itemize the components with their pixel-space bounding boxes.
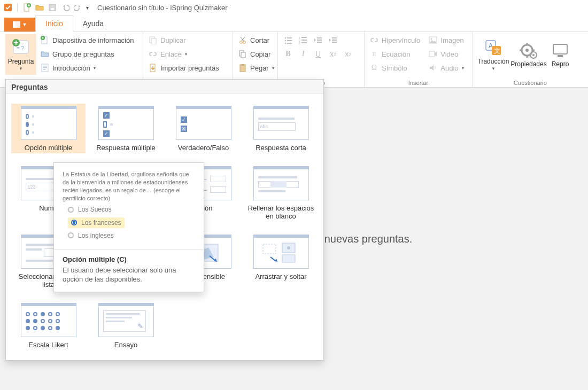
svg-point-20 (240, 41, 243, 44)
svg-rect-42 (332, 40, 337, 41)
link-button[interactable]: Enlace ▾ (149, 48, 227, 60)
outdent-icon[interactable] (313, 35, 323, 45)
question-type-label: Respuesta múltiple (96, 144, 156, 152)
repro-button[interactable]: Repro (548, 34, 572, 75)
duplicate-icon (149, 36, 157, 44)
svg-point-28 (285, 40, 287, 42)
link-label: Enlace (160, 50, 182, 58)
svg-rect-31 (287, 43, 292, 44)
scissors-icon (238, 36, 247, 44)
question-type-verdadero-falso[interactable]: ✓✕Verdadero/Falso (166, 104, 241, 153)
svg-rect-66 (282, 255, 295, 262)
intro-button[interactable]: Introducción ▾ (41, 62, 134, 74)
question-type-ensayo[interactable]: ✎Ensayo (89, 301, 163, 350)
question-type-tooltip: La Estatua de la Libertad, orgullosa señ… (53, 162, 204, 292)
chevron-down-icon: ▼ (19, 66, 23, 71)
symbol-label: Símbolo (382, 64, 407, 72)
group-quiz-label: Cuestionario (478, 79, 583, 86)
question-type-rellenar[interactable]: Rellenar los espacios en blanco (244, 164, 318, 222)
redo-icon[interactable] (73, 3, 83, 12)
svg-rect-4 (51, 8, 54, 10)
duplicate-button[interactable]: Duplicar (149, 34, 227, 46)
video-label: Video (440, 50, 458, 58)
folder-icon (41, 50, 49, 58)
image-button[interactable]: Imagen (429, 34, 463, 46)
tab-home[interactable]: Inicio (35, 15, 73, 32)
svg-rect-41 (332, 37, 337, 38)
question-type-label: Verdadero/Falso (178, 144, 229, 152)
symbol-button[interactable]: Ω Símbolo (370, 62, 420, 74)
svg-rect-37 (301, 42, 307, 43)
svg-point-30 (285, 43, 287, 44)
superscript-icon[interactable]: x2 (343, 49, 353, 59)
cut-button[interactable]: Cortar (238, 34, 272, 46)
question-type-label: Ensayo (114, 341, 137, 349)
svg-rect-25 (242, 64, 244, 66)
omega-icon: Ω (370, 64, 378, 72)
svg-rect-59 (553, 44, 567, 54)
svg-point-45 (431, 38, 432, 40)
svg-point-21 (243, 41, 246, 44)
bullets-icon[interactable] (283, 35, 293, 45)
svg-rect-27 (287, 37, 292, 38)
subscript-icon[interactable]: x2 (328, 49, 338, 59)
quick-access-toolbar: ▾ Cuestionario sin título - iSpring Quiz… (0, 0, 588, 15)
question-type-label: Opción múltiple (25, 144, 73, 152)
undo-icon[interactable] (60, 3, 70, 12)
svg-text:3: 3 (299, 42, 300, 44)
copy-button[interactable]: Copiar (238, 48, 272, 60)
panel-icon (13, 21, 20, 28)
paste-icon (238, 64, 247, 72)
separator (17, 3, 18, 12)
question-button[interactable]: = ? Pregunta ▼ (5, 34, 36, 75)
audio-icon (429, 64, 437, 72)
question-type-opcion-multiple[interactable]: Opción múltiple (11, 104, 86, 153)
bold-icon[interactable]: B (283, 49, 293, 59)
audio-label: Audio (440, 64, 458, 72)
intro-label: Introducción (52, 64, 90, 72)
translate-button[interactable]: A文 Traducción ▼ (478, 34, 509, 75)
italic-icon[interactable]: I (298, 49, 308, 59)
tooltip-opt-3: Los ingleses (78, 231, 114, 240)
dropdown-header: Preguntas (6, 80, 323, 94)
info-slide-button[interactable]: Diapositiva de información (41, 34, 134, 46)
question-type-label: Arrastrar y soltar (255, 273, 306, 281)
hyperlink-button[interactable]: Hipervínculo (370, 34, 420, 46)
tab-help[interactable]: Ayuda (73, 16, 113, 32)
save-icon[interactable] (48, 3, 57, 12)
svg-rect-23 (241, 52, 245, 58)
question-type-respuesta-multiple[interactable]: ✓✓Respuesta múltiple (89, 104, 163, 153)
chevron-down-icon: ▼ (491, 66, 496, 71)
numbering-icon[interactable]: 123 (298, 35, 308, 45)
question-type-likert[interactable]: Escala Likert (11, 301, 86, 350)
properties-button[interactable]: Propiedades (513, 34, 544, 75)
video-button[interactable]: Video (429, 48, 463, 60)
tooltip-opt-2: Los franceses (81, 219, 121, 227)
audio-button[interactable]: Audio ▾ (429, 62, 463, 74)
question-type-respuesta-corta[interactable]: abcRespuesta corta (244, 104, 318, 153)
link-icon (370, 36, 378, 44)
question-type-arrastrar-soltar[interactable]: Arrastrar y soltar (244, 232, 318, 290)
question-type-label: Respuesta corta (256, 144, 306, 152)
underline-icon[interactable]: U (313, 49, 323, 59)
pi-icon: π (370, 50, 378, 58)
import-button[interactable]: Importar preguntas (149, 62, 227, 74)
svg-rect-6 (13, 21, 15, 28)
cut-label: Cortar (250, 36, 269, 44)
link-icon (149, 50, 157, 58)
indent-icon[interactable] (328, 35, 338, 45)
open-folder-icon[interactable] (35, 3, 44, 12)
svg-rect-16 (43, 69, 45, 70)
equation-button[interactable]: π Ecuación (370, 48, 420, 60)
paste-button[interactable]: Pegar ▾ (238, 62, 272, 74)
group-quiz: A文 Traducción ▼ Propiedades Repro Cuesti… (473, 32, 588, 87)
chevron-down-icon: ▼ (22, 22, 27, 27)
import-label: Importar preguntas (160, 64, 219, 72)
qat-more-icon[interactable]: ▾ (86, 5, 89, 11)
file-menu-button[interactable]: ▼ (4, 18, 35, 32)
question-group-button[interactable]: Grupo de preguntas (41, 48, 134, 60)
new-file-icon[interactable] (22, 3, 32, 12)
chevron-down-icon: ▾ (94, 66, 96, 71)
svg-rect-46 (429, 51, 435, 57)
tooltip-preview-question: La Estatua de la Libertad, orgullosa señ… (63, 170, 195, 202)
